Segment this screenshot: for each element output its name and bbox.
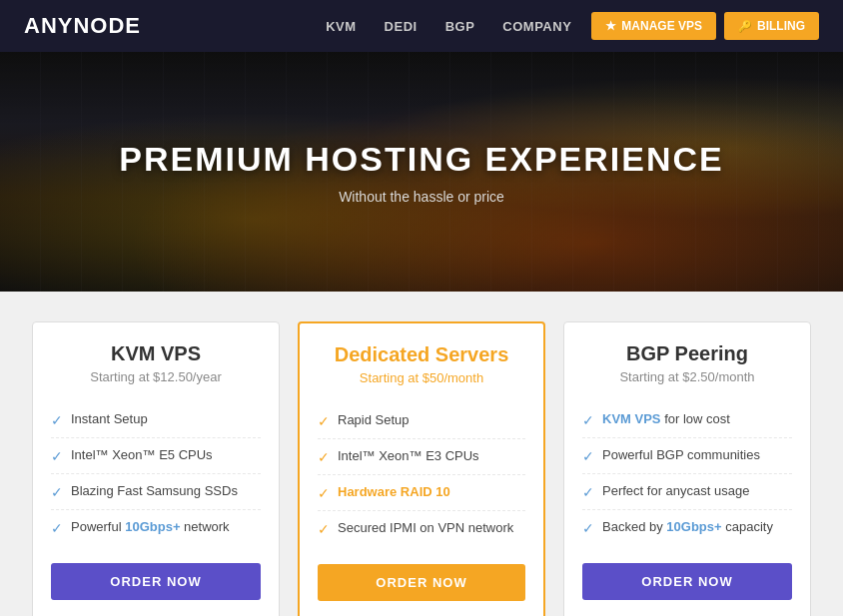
feature-label: Instant Setup	[71, 411, 148, 426]
kvm-order-button[interactable]: ORDER NOW	[51, 563, 261, 600]
feature-label: Intel™ Xeon™ E3 CPUs	[338, 448, 479, 463]
feature-raid: ✓ Hardware RAID 10	[318, 475, 525, 511]
pricing-cards: KVM VPS Starting at $12.50/year ✓ Instan…	[0, 292, 843, 616]
hero-title: PREMIUM HOSTING EXPERIENCE	[119, 140, 724, 179]
card-bgp-subtitle: Starting at $2.50/month	[582, 369, 792, 384]
check-icon: ✓	[51, 448, 63, 464]
check-icon: ✓	[51, 484, 63, 500]
dedicated-order-button[interactable]: ORDER NOW	[318, 564, 525, 601]
check-icon: ✓	[318, 413, 330, 429]
nav-links: KVM DEDI BGP COMPANY	[326, 19, 571, 34]
feature-anycast: ✓ Perfect for anycast usage	[582, 474, 792, 510]
feature-label: Blazing Fast Samsung SSDs	[71, 483, 238, 498]
check-icon: ✓	[582, 412, 594, 428]
check-icon: ✓	[318, 449, 330, 465]
feature-label: Secured IPMI on VPN network	[338, 520, 513, 535]
feature-label: Powerful BGP communities	[602, 447, 760, 462]
check-icon: ✓	[582, 520, 594, 536]
feature-network: ✓ Powerful 10Gbps+ network	[51, 510, 261, 545]
card-bgp-title: BGP Peering	[582, 342, 792, 365]
feature-label: Perfect for anycast usage	[602, 483, 749, 498]
feature-label: Backed by 10Gbps+ capacity	[602, 519, 773, 534]
card-bgp: BGP Peering Starting at $2.50/month ✓ KV…	[563, 321, 811, 616]
card-kvm-title: KVM VPS	[51, 342, 261, 365]
nav-bgp[interactable]: BGP	[445, 19, 475, 34]
feature-kvm-low-cost: ✓ KVM VPS for low cost	[582, 402, 792, 438]
check-icon: ✓	[582, 484, 594, 500]
nav-dedi[interactable]: DEDI	[385, 19, 418, 34]
nav-kvm[interactable]: KVM	[326, 19, 356, 34]
bgp-order-button[interactable]: ORDER NOW	[582, 563, 792, 600]
nav-company[interactable]: COMPANY	[502, 19, 571, 34]
feature-cpus: ✓ Intel™ Xeon™ E5 CPUs	[51, 438, 261, 474]
card-dedicated-title: Dedicated Servers	[318, 343, 525, 366]
manage-vps-button[interactable]: MANAGE VPS	[591, 12, 716, 40]
check-icon: ✓	[51, 412, 63, 428]
check-icon: ✓	[318, 485, 330, 501]
feature-label: KVM VPS for low cost	[602, 411, 730, 426]
logo: ANYNODE	[24, 13, 326, 39]
feature-10gbps-capacity: ✓ Backed by 10Gbps+ capacity	[582, 510, 792, 545]
feature-rapid-setup: ✓ Rapid Setup	[318, 403, 525, 439]
hero-section: PREMIUM HOSTING EXPERIENCE Without the h…	[0, 52, 843, 292]
feature-instant-setup: ✓ Instant Setup	[51, 402, 261, 438]
billing-button[interactable]: BILLING	[724, 12, 819, 40]
card-dedicated-subtitle: Starting at $50/month	[318, 370, 525, 385]
star-icon	[605, 19, 616, 33]
feature-ipmi: ✓ Secured IPMI on VPN network	[318, 511, 525, 546]
feature-label: Rapid Setup	[338, 412, 410, 427]
check-icon: ✓	[318, 521, 330, 537]
check-icon: ✓	[51, 520, 63, 536]
feature-label: Intel™ Xeon™ E5 CPUs	[71, 447, 213, 462]
card-kvm: KVM VPS Starting at $12.50/year ✓ Instan…	[32, 321, 280, 616]
key-icon	[738, 19, 752, 33]
card-dedicated: Dedicated Servers Starting at $50/month …	[298, 321, 545, 616]
navbar: ANYNODE KVM DEDI BGP COMPANY MANAGE VPS …	[0, 0, 843, 52]
check-icon: ✓	[582, 448, 594, 464]
hero-subtitle: Without the hassle or price	[339, 189, 504, 205]
feature-bgp-communities: ✓ Powerful BGP communities	[582, 438, 792, 474]
feature-e3-cpus: ✓ Intel™ Xeon™ E3 CPUs	[318, 439, 525, 475]
feature-label: Hardware RAID 10	[338, 484, 450, 499]
feature-label: Powerful 10Gbps+ network	[71, 519, 230, 534]
card-kvm-subtitle: Starting at $12.50/year	[51, 369, 261, 384]
feature-ssds: ✓ Blazing Fast Samsung SSDs	[51, 474, 261, 510]
